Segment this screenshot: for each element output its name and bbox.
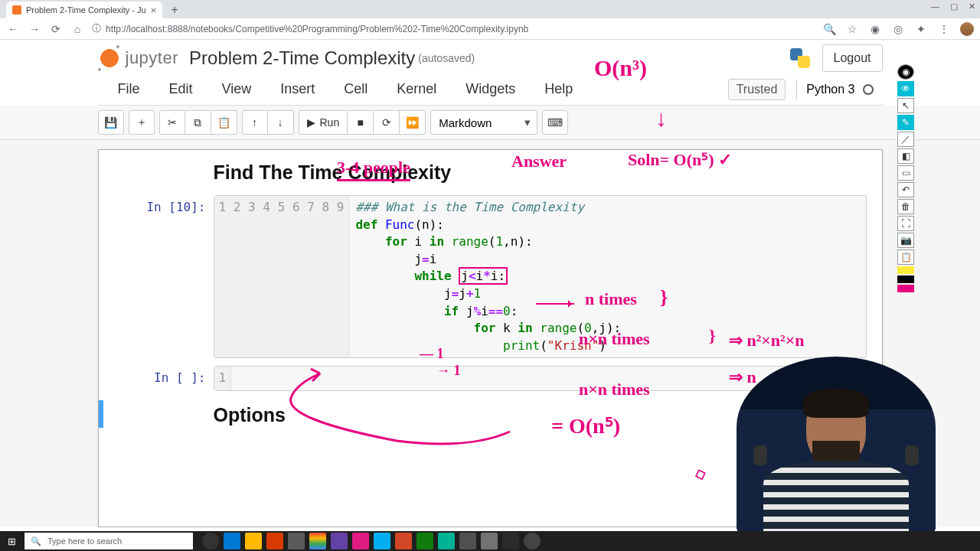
extensions-icon[interactable]: ✦ — [914, 23, 928, 35]
app3-icon[interactable] — [374, 533, 390, 549]
terminal-icon[interactable] — [502, 533, 519, 549]
url-field[interactable]: ⓘ http://localhost:8888/notebooks/Compet… — [92, 22, 815, 35]
url-text: http://localhost:8888/notebooks/Competit… — [106, 24, 528, 34]
python-logo-icon — [789, 47, 812, 70]
app2-icon[interactable] — [352, 533, 369, 549]
line-tool-icon[interactable]: ／ — [897, 132, 914, 147]
menu-edit[interactable]: Edit — [165, 77, 198, 102]
menu-help[interactable]: Help — [540, 77, 577, 102]
cortana-icon[interactable] — [202, 533, 219, 549]
kernel-indicator[interactable]: Python 3 — [796, 80, 882, 99]
explorer-icon[interactable] — [245, 533, 262, 549]
trash-icon[interactable]: 🗑 — [897, 199, 914, 214]
menu-dots-icon[interactable]: ⋮ — [937, 23, 951, 35]
interrupt-button[interactable]: ■ — [348, 110, 374, 135]
kernel-name: Python 3 — [806, 83, 854, 96]
pointer-tool-icon[interactable]: ↖ — [897, 98, 914, 113]
ext1-icon[interactable]: ◉ — [868, 23, 882, 35]
cut-button[interactable]: ✂ — [159, 110, 185, 135]
line-gutter-empty: 1 — [214, 367, 232, 390]
code-editor-empty[interactable] — [231, 367, 251, 390]
screenshot-icon[interactable]: ⛶ — [897, 216, 914, 231]
trusted-badge[interactable]: Trusted — [728, 79, 786, 100]
ext2-icon[interactable]: ◎ — [891, 23, 905, 35]
logout-button[interactable]: Logout — [822, 44, 883, 72]
taskbar-search[interactable]: 🔍 Type here to search — [24, 533, 193, 549]
menu-widgets[interactable]: Widgets — [461, 77, 520, 102]
github-icon[interactable]: ◉ — [897, 64, 914, 80]
jupyter-logo-icon — [98, 47, 121, 70]
menu-cell[interactable]: Cell — [339, 77, 372, 102]
rect-tool-icon[interactable]: ▭ — [897, 165, 914, 181]
code-input-area[interactable]: 1 2 3 4 5 6 7 8 9 ### What is the Time C… — [214, 195, 867, 358]
app1-icon[interactable] — [331, 533, 348, 549]
star-icon[interactable]: ☆ — [845, 23, 859, 35]
restart-button[interactable]: ⟳ — [374, 110, 400, 135]
chrome-icon[interactable] — [309, 533, 326, 549]
zoom-icon[interactable]: 🔍 — [822, 23, 836, 35]
pen-tool-icon[interactable]: ✎ — [897, 115, 914, 130]
add-cell-button[interactable]: ＋ — [129, 110, 155, 135]
webcam-overlay — [737, 357, 936, 533]
profile-avatar[interactable] — [960, 22, 974, 36]
edge-icon[interactable] — [224, 533, 240, 549]
clipboard-icon[interactable]: 📋 — [897, 249, 914, 265]
input-prompt-empty: In [ ]: — [99, 366, 214, 391]
code-editor[interactable]: ### What is the Time Complexity def Func… — [349, 196, 627, 357]
camera-icon[interactable]: 📷 — [897, 233, 914, 248]
menu-bar: File Edit View Insert Cell Kernel Widget… — [98, 73, 883, 106]
tab-title: Problem 2-Time Complexity - Ju — [26, 5, 146, 15]
line-gutter: 1 2 3 4 5 6 7 8 9 — [214, 196, 350, 357]
run-button[interactable]: ▶ Run — [299, 110, 348, 135]
start-button[interactable]: ⊞ — [0, 531, 23, 551]
kernel-status-icon — [863, 84, 874, 95]
markdown-cell-heading[interactable]: Find The Time Complexity — [99, 158, 882, 195]
close-window-icon[interactable]: ✕ — [969, 2, 975, 11]
reload-icon[interactable]: ⟳ — [49, 23, 63, 35]
back-icon[interactable]: ← — [6, 23, 20, 35]
color-black[interactable] — [897, 276, 914, 283]
command-palette-button[interactable]: ⌨ — [542, 110, 568, 135]
eye-toggle-icon[interactable]: 👁 — [897, 81, 914, 96]
obs-icon[interactable] — [524, 533, 541, 549]
cell-type-select[interactable]: Markdown — [430, 110, 537, 135]
new-tab-button[interactable]: + — [167, 2, 182, 18]
notebook-title[interactable]: Problem 2-Time Complexity — [189, 47, 415, 69]
annotation-toolbar: ◉ 👁 ↖ ✎ ／ ◧ ▭ ↶ 🗑 ⛶ 📷 📋 — [897, 64, 916, 292]
undo-icon[interactable]: ↶ — [897, 182, 914, 197]
minimize-icon[interactable]: — — [931, 2, 939, 11]
eraser-tool-icon[interactable]: ◧ — [897, 148, 914, 164]
close-tab-icon[interactable]: × — [151, 5, 157, 16]
jupyter-logo[interactable]: jupyter — [98, 47, 179, 70]
app4-icon[interactable] — [416, 533, 433, 549]
app6-icon[interactable] — [459, 533, 476, 549]
search-placeholder: Type here to search — [47, 536, 122, 546]
code-cell[interactable]: In [10]: 1 2 3 4 5 6 7 8 9 ### What is t… — [99, 195, 882, 358]
menu-view[interactable]: View — [217, 77, 256, 102]
color-magenta[interactable] — [897, 285, 914, 292]
powerpoint-icon[interactable] — [395, 533, 412, 549]
copy-button[interactable]: ⧉ — [185, 110, 211, 135]
save-button[interactable]: 💾 — [98, 110, 124, 135]
color-yellow[interactable] — [897, 266, 914, 274]
maximize-icon[interactable]: ▢ — [950, 2, 958, 11]
menu-file[interactable]: File — [113, 77, 145, 102]
home-icon[interactable]: ⌂ — [70, 23, 84, 35]
menu-kernel[interactable]: Kernel — [392, 77, 441, 102]
window-controls: — ▢ ✕ — [931, 2, 975, 11]
forward-icon[interactable]: → — [28, 23, 41, 35]
site-info-icon[interactable]: ⓘ — [92, 22, 101, 35]
menu-insert[interactable]: Insert — [276, 77, 319, 102]
move-down-button[interactable]: ↓ — [268, 110, 294, 135]
restart-run-all-button[interactable]: ⏩ — [400, 110, 426, 135]
browser-address-bar: ← → ⟳ ⌂ ⓘ http://localhost:8888/notebook… — [0, 18, 980, 40]
app5-icon[interactable] — [438, 533, 455, 549]
taskbar-apps — [202, 533, 541, 549]
store-icon[interactable] — [288, 533, 305, 549]
move-up-button[interactable]: ↑ — [242, 110, 268, 135]
browser-tab[interactable]: Problem 2-Time Complexity - Ju × — [6, 2, 162, 18]
paste-button[interactable]: 📋 — [211, 110, 237, 135]
mail-icon[interactable] — [266, 533, 283, 549]
jupyter-logo-text: jupyter — [126, 48, 179, 68]
app7-icon[interactable] — [481, 533, 498, 549]
